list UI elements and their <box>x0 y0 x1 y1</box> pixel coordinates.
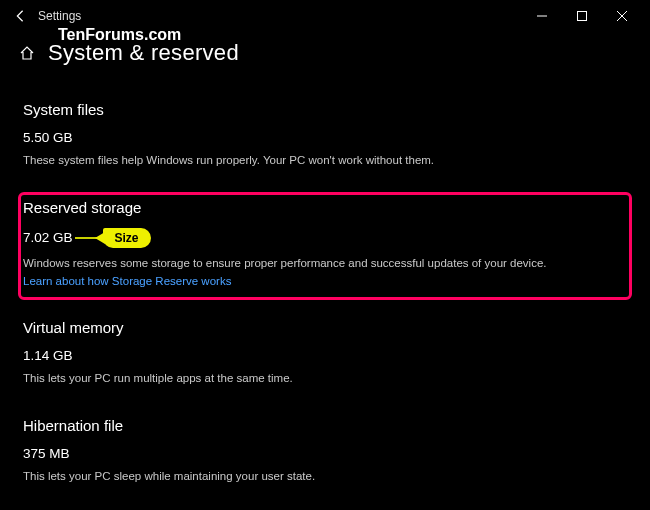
size-value: 7.02 GB Size <box>23 228 623 248</box>
section-desc: Windows reserves some storage to ensure … <box>23 256 583 272</box>
size-text: 1.14 GB <box>23 348 73 363</box>
size-text: 5.50 GB <box>23 130 73 145</box>
size-value: 1.14 GB <box>23 348 623 363</box>
learn-more-link[interactable]: Learn about how Storage Reserve works <box>23 275 231 287</box>
titlebar: Settings <box>0 0 650 32</box>
close-button[interactable] <box>602 2 642 30</box>
home-icon[interactable] <box>18 44 36 62</box>
content: System files 5.50 GB These system files … <box>0 76 650 503</box>
section-desc: This lets your PC run multiple apps at t… <box>23 371 583 387</box>
section-desc: This lets your PC sleep while maintainin… <box>23 469 583 485</box>
page-header: System & reserved <box>0 32 650 76</box>
minimize-button[interactable] <box>522 2 562 30</box>
section-heading: Reserved storage <box>23 199 623 216</box>
section-heading: System files <box>23 101 623 118</box>
section-heading: Virtual memory <box>23 319 623 336</box>
window-controls <box>522 2 642 30</box>
section-system-files: System files 5.50 GB These system files … <box>18 94 632 180</box>
section-hibernation-file: Hibernation file 375 MB This lets your P… <box>18 410 632 496</box>
section-virtual-memory: Virtual memory 1.14 GB This lets your PC… <box>18 312 632 398</box>
maximize-button[interactable] <box>562 2 602 30</box>
callout-label: Size <box>103 228 151 248</box>
svg-rect-1 <box>578 12 587 21</box>
page-title: System & reserved <box>48 40 239 66</box>
section-reserved-storage: Reserved storage 7.02 GB Size Windows re… <box>18 192 632 301</box>
section-desc: These system files help Windows run prop… <box>23 153 583 169</box>
size-text: 7.02 GB <box>23 230 73 245</box>
window-title: Settings <box>38 9 81 23</box>
back-button[interactable] <box>8 4 32 28</box>
size-text: 375 MB <box>23 446 70 461</box>
size-callout: Size <box>75 228 151 248</box>
size-value: 375 MB <box>23 446 623 461</box>
size-value: 5.50 GB <box>23 130 623 145</box>
section-heading: Hibernation file <box>23 417 623 434</box>
